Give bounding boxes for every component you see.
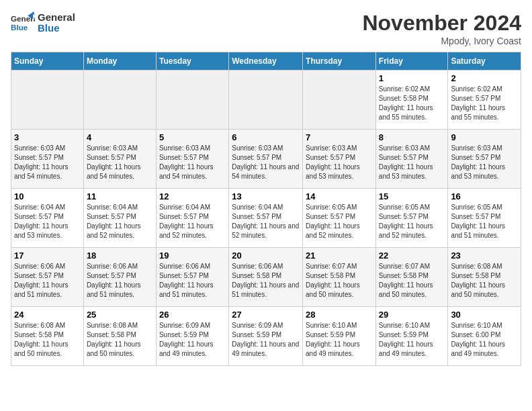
day-info: Sunrise: 6:07 AM Sunset: 5:58 PM Dayligh… — [379, 262, 445, 300]
day-info: Sunrise: 6:02 AM Sunset: 5:58 PM Dayligh… — [379, 85, 445, 122]
weekday-header-row: SundayMondayTuesdayWednesdayThursdayFrid… — [11, 52, 521, 71]
day-info: Sunrise: 6:06 AM Sunset: 5:57 PM Dayligh… — [87, 262, 153, 300]
weekday-header-sunday: Sunday — [11, 52, 84, 71]
weekday-header-friday: Friday — [375, 52, 448, 71]
weekday-header-saturday: Saturday — [448, 52, 521, 71]
day-number: 3 — [14, 132, 81, 142]
calendar-cell: 17Sunrise: 6:06 AM Sunset: 5:57 PM Dayli… — [11, 248, 84, 307]
calendar-cell — [83, 71, 156, 130]
calendar-cell: 16Sunrise: 6:05 AM Sunset: 5:57 PM Dayli… — [448, 189, 521, 248]
day-info: Sunrise: 6:04 AM Sunset: 5:57 PM Dayligh… — [87, 203, 153, 240]
logo-blue: Blue — [38, 22, 60, 34]
day-info: Sunrise: 6:05 AM Sunset: 5:57 PM Dayligh… — [306, 203, 373, 240]
calendar-cell: 11Sunrise: 6:04 AM Sunset: 5:57 PM Dayli… — [83, 189, 156, 248]
day-info: Sunrise: 6:07 AM Sunset: 5:58 PM Dayligh… — [306, 262, 373, 300]
day-info: Sunrise: 6:03 AM Sunset: 5:57 PM Dayligh… — [232, 144, 300, 181]
day-number: 21 — [306, 250, 373, 261]
calendar-cell: 25Sunrise: 6:08 AM Sunset: 5:58 PM Dayli… — [83, 307, 156, 366]
day-number: 11 — [87, 191, 153, 201]
calendar-cell: 27Sunrise: 6:09 AM Sunset: 5:59 PM Dayli… — [229, 307, 303, 366]
day-number: 17 — [14, 250, 81, 261]
day-number: 13 — [232, 191, 300, 201]
day-info: Sunrise: 6:03 AM Sunset: 5:57 PM Dayligh… — [87, 144, 153, 181]
weekday-header-tuesday: Tuesday — [156, 52, 228, 71]
calendar-cell: 28Sunrise: 6:10 AM Sunset: 5:59 PM Dayli… — [303, 307, 376, 366]
calendar-cell: 4Sunrise: 6:03 AM Sunset: 5:57 PM Daylig… — [83, 130, 156, 189]
day-number: 2 — [451, 73, 518, 83]
calendar-cell: 15Sunrise: 6:05 AM Sunset: 5:57 PM Dayli… — [375, 189, 448, 248]
day-info: Sunrise: 6:04 AM Sunset: 5:57 PM Dayligh… — [14, 203, 81, 240]
calendar-cell: 18Sunrise: 6:06 AM Sunset: 5:57 PM Dayli… — [83, 248, 156, 307]
day-number: 16 — [451, 191, 518, 201]
logo: General Blue General Blue — [11, 11, 75, 35]
calendar-week-row: 24Sunrise: 6:08 AM Sunset: 5:58 PM Dayli… — [11, 307, 521, 366]
calendar-cell — [156, 71, 228, 130]
calendar-cell: 9Sunrise: 6:03 AM Sunset: 5:57 PM Daylig… — [448, 130, 521, 189]
calendar-cell: 14Sunrise: 6:05 AM Sunset: 5:57 PM Dayli… — [303, 189, 376, 248]
day-number: 14 — [306, 191, 373, 201]
day-info: Sunrise: 6:03 AM Sunset: 5:57 PM Dayligh… — [451, 144, 518, 181]
calendar-cell: 21Sunrise: 6:07 AM Sunset: 5:58 PM Dayli… — [303, 248, 376, 307]
calendar-cell: 5Sunrise: 6:03 AM Sunset: 5:57 PM Daylig… — [156, 130, 228, 189]
day-number: 27 — [232, 310, 300, 320]
day-info: Sunrise: 6:04 AM Sunset: 5:57 PM Dayligh… — [232, 203, 300, 240]
day-info: Sunrise: 6:10 AM Sunset: 6:00 PM Dayligh… — [451, 321, 518, 359]
calendar-cell: 1Sunrise: 6:02 AM Sunset: 5:58 PM Daylig… — [375, 71, 448, 130]
calendar-cell — [229, 71, 303, 130]
day-number: 22 — [379, 250, 445, 261]
calendar-cell: 23Sunrise: 6:08 AM Sunset: 5:58 PM Dayli… — [448, 248, 521, 307]
day-info: Sunrise: 6:09 AM Sunset: 5:59 PM Dayligh… — [232, 321, 300, 359]
location: Mpody, Ivory Coast — [362, 36, 521, 46]
day-number: 23 — [451, 250, 518, 261]
day-info: Sunrise: 6:05 AM Sunset: 5:57 PM Dayligh… — [379, 203, 445, 240]
day-info: Sunrise: 6:06 AM Sunset: 5:57 PM Dayligh… — [159, 262, 226, 300]
day-number: 29 — [379, 310, 445, 320]
calendar-cell: 24Sunrise: 6:08 AM Sunset: 5:58 PM Dayli… — [11, 307, 84, 366]
day-number: 20 — [232, 250, 300, 261]
day-info: Sunrise: 6:03 AM Sunset: 5:57 PM Dayligh… — [306, 144, 373, 181]
day-info: Sunrise: 6:04 AM Sunset: 5:57 PM Dayligh… — [159, 203, 226, 240]
day-info: Sunrise: 6:03 AM Sunset: 5:57 PM Dayligh… — [14, 144, 81, 181]
calendar-cell: 12Sunrise: 6:04 AM Sunset: 5:57 PM Dayli… — [156, 189, 228, 248]
calendar-cell — [303, 71, 376, 130]
svg-text:Blue: Blue — [11, 23, 28, 32]
calendar-cell: 19Sunrise: 6:06 AM Sunset: 5:57 PM Dayli… — [156, 248, 228, 307]
calendar-cell: 6Sunrise: 6:03 AM Sunset: 5:57 PM Daylig… — [229, 130, 303, 189]
day-info: Sunrise: 6:08 AM Sunset: 5:58 PM Dayligh… — [87, 321, 153, 359]
calendar-cell: 7Sunrise: 6:03 AM Sunset: 5:57 PM Daylig… — [303, 130, 376, 189]
day-number: 24 — [14, 310, 81, 320]
day-info: Sunrise: 6:06 AM Sunset: 5:57 PM Dayligh… — [14, 262, 81, 300]
calendar-week-row: 17Sunrise: 6:06 AM Sunset: 5:57 PM Dayli… — [11, 248, 521, 307]
calendar-cell: 26Sunrise: 6:09 AM Sunset: 5:59 PM Dayli… — [156, 307, 228, 366]
month-title: November 2024 — [362, 11, 521, 36]
day-info: Sunrise: 6:02 AM Sunset: 5:57 PM Dayligh… — [451, 85, 518, 122]
day-number: 6 — [232, 132, 300, 142]
calendar-cell: 29Sunrise: 6:10 AM Sunset: 5:59 PM Dayli… — [375, 307, 448, 366]
calendar-cell: 30Sunrise: 6:10 AM Sunset: 6:00 PM Dayli… — [448, 307, 521, 366]
day-info: Sunrise: 6:10 AM Sunset: 5:59 PM Dayligh… — [379, 321, 445, 359]
day-number: 4 — [87, 132, 153, 142]
day-info: Sunrise: 6:08 AM Sunset: 5:58 PM Dayligh… — [14, 321, 81, 359]
calendar-cell: 22Sunrise: 6:07 AM Sunset: 5:58 PM Dayli… — [375, 248, 448, 307]
day-number: 12 — [159, 191, 226, 201]
day-number: 15 — [379, 191, 445, 201]
day-info: Sunrise: 6:10 AM Sunset: 5:59 PM Dayligh… — [306, 321, 373, 359]
logo-icon: General Blue — [11, 11, 35, 35]
calendar-cell: 20Sunrise: 6:06 AM Sunset: 5:58 PM Dayli… — [229, 248, 303, 307]
calendar-cell — [11, 71, 84, 130]
weekday-header-thursday: Thursday — [303, 52, 376, 71]
day-number: 28 — [306, 310, 373, 320]
calendar-cell: 2Sunrise: 6:02 AM Sunset: 5:57 PM Daylig… — [448, 71, 521, 130]
day-number: 5 — [159, 132, 226, 142]
day-number: 1 — [379, 73, 445, 83]
calendar-table: SundayMondayTuesdayWednesdayThursdayFrid… — [11, 52, 521, 366]
day-number: 9 — [451, 132, 518, 142]
calendar-cell: 8Sunrise: 6:03 AM Sunset: 5:57 PM Daylig… — [375, 130, 448, 189]
calendar-cell: 13Sunrise: 6:04 AM Sunset: 5:57 PM Dayli… — [229, 189, 303, 248]
calendar-week-row: 3Sunrise: 6:03 AM Sunset: 5:57 PM Daylig… — [11, 130, 521, 189]
day-number: 7 — [306, 132, 373, 142]
day-number: 30 — [451, 310, 518, 320]
weekday-header-monday: Monday — [83, 52, 156, 71]
logo-general: General — [38, 11, 75, 23]
weekday-header-wednesday: Wednesday — [229, 52, 303, 71]
